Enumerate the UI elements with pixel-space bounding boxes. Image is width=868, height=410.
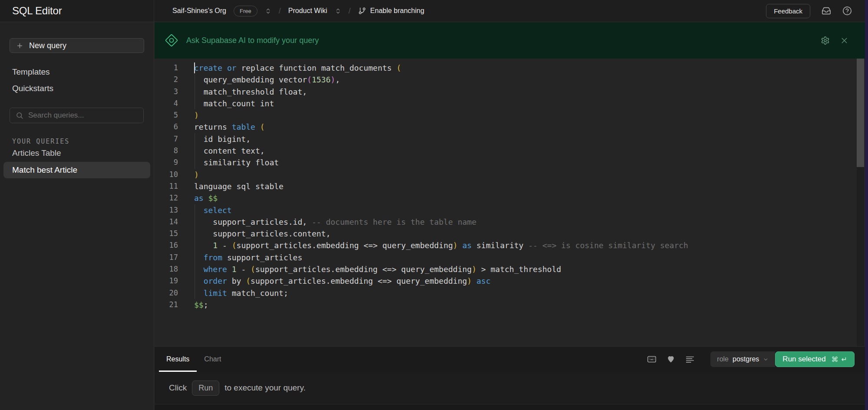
ai-banner-prompt: Ask Supabase AI to modify your query bbox=[186, 36, 319, 45]
line-number: 13 bbox=[155, 204, 194, 216]
sidebar: New query Templates Quickstarts YOUR QUE… bbox=[0, 22, 154, 410]
chevrons-up-down-icon[interactable] bbox=[265, 8, 271, 14]
project-name[interactable]: Product Wiki bbox=[288, 7, 327, 15]
code-line: 5) bbox=[155, 109, 865, 121]
align-left-icon[interactable] bbox=[685, 354, 695, 364]
run-shortcut: ⌘ ↵ bbox=[832, 355, 847, 364]
code-line: 19 order by (support_articles.embedding … bbox=[155, 275, 865, 287]
code-line: 17 from support_articles bbox=[155, 252, 865, 263]
page-title: SQL Editor bbox=[12, 5, 62, 17]
line-number: 15 bbox=[155, 228, 194, 239]
line-number: 19 bbox=[155, 275, 194, 287]
indent-guide bbox=[195, 86, 195, 98]
indent-guide bbox=[195, 263, 195, 275]
sql-code-editor[interactable]: 1create or replace function match_docume… bbox=[155, 59, 865, 346]
code-line: 21$$; bbox=[155, 299, 865, 311]
indent-guide bbox=[195, 74, 195, 85]
code-line: 18 where 1 - (support_articles.embedding… bbox=[155, 263, 865, 275]
line-number: 1 bbox=[155, 62, 194, 74]
ai-banner-actions bbox=[821, 36, 849, 45]
gear-icon[interactable] bbox=[821, 36, 830, 45]
close-icon[interactable] bbox=[840, 36, 849, 45]
breadcrumb-separator: / bbox=[349, 7, 351, 16]
code-line: 15 support_articles.content, bbox=[155, 228, 865, 239]
search-box bbox=[10, 108, 144, 123]
query-list: Articles TableMatch best Article bbox=[3, 145, 150, 178]
indent-guide bbox=[195, 157, 195, 168]
heart-icon[interactable] bbox=[667, 355, 675, 364]
line-number: 10 bbox=[155, 169, 194, 180]
role-selector[interactable]: role postgres bbox=[710, 351, 775, 367]
org-plan-badge: Free bbox=[234, 6, 257, 16]
indent-guide bbox=[195, 287, 195, 299]
line-number: 2 bbox=[155, 74, 194, 85]
line-number: 6 bbox=[155, 121, 194, 133]
enable-branching-button[interactable]: Enable branching bbox=[358, 7, 425, 15]
run-kbd-hint: Run bbox=[192, 380, 219, 396]
code-line: 1create or replace function match_docume… bbox=[155, 62, 865, 74]
chevrons-up-down-icon[interactable] bbox=[335, 8, 341, 14]
toolbar-icons bbox=[647, 354, 695, 364]
tab-results[interactable]: Results bbox=[159, 347, 197, 372]
line-number: 7 bbox=[155, 133, 194, 145]
message-prefix: Click bbox=[169, 383, 187, 393]
indent-guide bbox=[195, 145, 195, 157]
query-list-item[interactable]: Match best Article bbox=[3, 162, 150, 178]
code-line: 12as $$ bbox=[155, 192, 865, 204]
code-line: 20 limit match_count; bbox=[155, 287, 865, 299]
code-line: 14 support_articles.id, -- documents her… bbox=[155, 216, 865, 228]
search-input[interactable] bbox=[28, 111, 132, 120]
run-selected-button[interactable]: Run selected ⌘ ↵ bbox=[775, 351, 855, 367]
sql-editor-app: SQL Editor Saif-Shines's Org Free / Prod… bbox=[0, 0, 868, 410]
chevron-down-icon bbox=[763, 357, 769, 362]
line-number: 8 bbox=[155, 145, 194, 157]
ai-assistant-banner[interactable]: Ask Supabase AI to modify your query bbox=[155, 22, 865, 59]
line-number: 5 bbox=[155, 109, 194, 121]
line-number: 12 bbox=[155, 192, 194, 204]
results-toolbar: ResultsChart role postgres Run selected bbox=[155, 346, 865, 372]
help-circle-icon[interactable] bbox=[842, 6, 852, 16]
line-number: 3 bbox=[155, 86, 194, 98]
line-number: 11 bbox=[155, 180, 194, 192]
plus-icon bbox=[16, 42, 23, 49]
supabase-ai-icon bbox=[165, 34, 178, 47]
enable-branching-label: Enable branching bbox=[370, 7, 425, 15]
line-number: 17 bbox=[155, 252, 194, 263]
query-list-item[interactable]: Articles Table bbox=[3, 145, 150, 161]
indent-guide bbox=[195, 204, 195, 216]
sidebar-item-templates[interactable]: Templates bbox=[12, 67, 50, 77]
code-line: 10) bbox=[155, 169, 865, 180]
line-number: 16 bbox=[155, 239, 194, 251]
line-number: 21 bbox=[155, 299, 194, 311]
header-left: SQL Editor bbox=[0, 0, 154, 22]
new-query-button[interactable]: New query bbox=[10, 38, 144, 53]
indent-guide bbox=[195, 98, 195, 109]
code-line: 13 select bbox=[155, 204, 865, 216]
header: SQL Editor Saif-Shines's Org Free / Prod… bbox=[0, 0, 865, 22]
tab-chart[interactable]: Chart bbox=[197, 347, 228, 372]
indent-guide bbox=[195, 216, 195, 228]
code-line: 2 query_embedding vector(1536), bbox=[155, 74, 865, 85]
results-tabs: ResultsChart bbox=[159, 347, 228, 372]
editor-scrollbar-thumb[interactable] bbox=[857, 59, 864, 167]
code-line: 16 1 - (support_articles.embedding <=> q… bbox=[155, 239, 865, 251]
code-line: 9 similarity float bbox=[155, 157, 865, 168]
code-area: 1create or replace function match_docume… bbox=[155, 59, 865, 311]
your-queries-heading: YOUR QUERIES bbox=[12, 138, 69, 145]
command-key-icon: ⌘ bbox=[832, 355, 838, 364]
org-name[interactable]: Saif-Shines's Org bbox=[172, 7, 226, 15]
line-number: 9 bbox=[155, 157, 194, 168]
code-line: 4 match_count int bbox=[155, 98, 865, 109]
bottom-strip bbox=[155, 404, 865, 410]
keyboard-icon[interactable] bbox=[647, 354, 657, 364]
main-panel: Ask Supabase AI to modify your query 1cr… bbox=[155, 22, 865, 410]
code-line: 7 id bigint, bbox=[155, 133, 865, 145]
code-line: 6returns table ( bbox=[155, 121, 865, 133]
indent-guide bbox=[195, 133, 195, 145]
feedback-button[interactable]: Feedback bbox=[766, 4, 810, 18]
indent-guide bbox=[195, 252, 195, 263]
inbox-icon[interactable] bbox=[822, 6, 831, 16]
sidebar-item-quickstarts[interactable]: Quickstarts bbox=[12, 84, 53, 93]
enter-key-icon: ↵ bbox=[842, 355, 847, 364]
results-empty-message: Click Run to execute your query. bbox=[155, 372, 865, 404]
